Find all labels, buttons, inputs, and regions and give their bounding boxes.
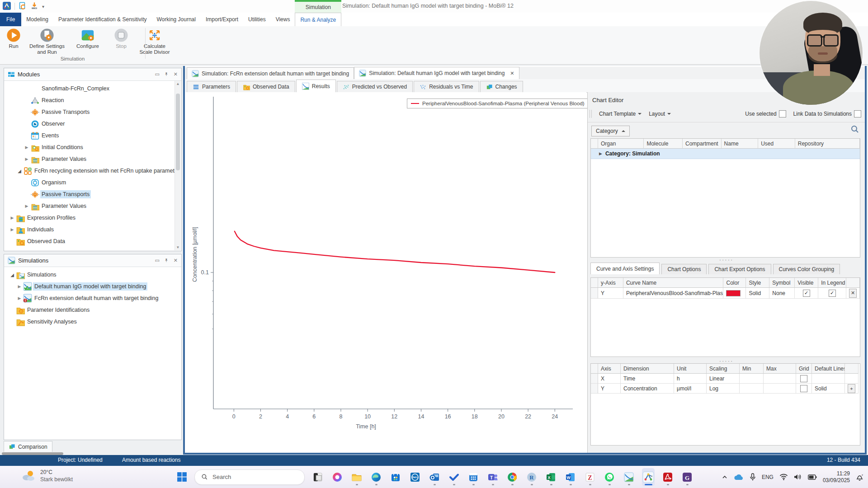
tree-item[interactable]: ◢Simulations: [4, 269, 181, 281]
taskbar-app-todo[interactable]: [448, 468, 460, 486]
data-browser-grid[interactable]: OrganMoleculeCompartmentNameUsedReposito…: [590, 138, 860, 258]
expand-icon[interactable]: ▶: [17, 296, 22, 300]
document-tab[interactable]: Simulation: FcRn extension default human…: [187, 67, 354, 79]
ribbon-tab-parameter-identification-sensitivity[interactable]: Parameter Identification & Sensitivity: [53, 13, 151, 26]
expand-icon[interactable]: ▶: [9, 216, 15, 220]
tree-item[interactable]: Reaction: [4, 94, 181, 106]
tree-item[interactable]: Sanofimab-FcRn_Complex: [4, 83, 181, 94]
tree-item[interactable]: Observer: [4, 118, 181, 130]
group-by-category-chip[interactable]: Category: [591, 126, 630, 136]
view-tab-predicted-vs-observed[interactable]: Predicted vs Observed: [337, 81, 413, 92]
taskbar-app-teams[interactable]: T: [486, 468, 499, 486]
tree-item[interactable]: ◢FcRn recycling extension with net FcRn …: [4, 165, 181, 177]
panel-close-icon[interactable]: ✕: [174, 71, 178, 77]
taskbar-app-explorer[interactable]: [350, 468, 363, 486]
taskbar-app-acrobat[interactable]: [661, 468, 674, 486]
ribbon-tab-import-export[interactable]: Import/Export: [201, 13, 243, 26]
collapse-icon[interactable]: ◢: [9, 272, 15, 277]
axis-row[interactable]: YConcentrationµmol/lLogSolid+: [591, 384, 860, 394]
taskbar-app-store[interactable]: [389, 468, 402, 486]
checkbox[interactable]: ✓: [803, 290, 810, 297]
panel-close-icon[interactable]: ✕: [174, 258, 178, 263]
language-indicator[interactable]: ENG: [762, 474, 774, 480]
taskbar-app-zotero[interactable]: Z: [584, 468, 596, 486]
editor-tab-chart-options[interactable]: Chart Options: [661, 264, 707, 274]
view-tab-results[interactable]: Results: [296, 80, 336, 92]
curve-row[interactable]: YPeripheralVenousBlood-Sanofimab-Plasma …: [591, 288, 860, 299]
expand-icon[interactable]: ▶: [9, 227, 15, 232]
tree-item[interactable]: ▶FcRn extension default human with targe…: [4, 292, 181, 304]
tree-item[interactable]: Sensitivity Analyses: [4, 316, 181, 328]
ribbon-tab-views[interactable]: Views: [271, 13, 295, 26]
group-row-category-simulation[interactable]: ▶Category: Simulation: [591, 149, 860, 159]
ribbon-tab-working-journal[interactable]: Working Journal: [151, 13, 200, 26]
document-tab[interactable]: Simulation: Default human IgG model with…: [354, 67, 519, 79]
view-tab-observed-data[interactable]: Observed Data: [237, 81, 295, 92]
volume-icon[interactable]: [794, 474, 802, 480]
taskbar-app-dell[interactable]: DeLL: [409, 468, 421, 486]
taskbar-app-grid-app[interactable]: [467, 468, 480, 486]
axis-row[interactable]: XTimehLinear: [591, 374, 860, 384]
scroll-down-icon[interactable]: ▼: [175, 244, 181, 250]
taskbar-app-word[interactable]: W: [564, 468, 577, 486]
taskbar-clock[interactable]: 11:29 03/09/2025: [823, 470, 850, 484]
delete-curve-button[interactable]: ✕: [849, 289, 857, 298]
tree-item[interactable]: Events: [4, 130, 181, 141]
color-swatch[interactable]: [726, 290, 741, 296]
ribbon-tab-run-analyze[interactable]: Run & Analyze: [295, 13, 341, 26]
ribbon-tab-file[interactable]: File: [0, 13, 21, 26]
add-axis-button[interactable]: +: [848, 384, 855, 393]
collapse-icon[interactable]: ◢: [17, 169, 22, 174]
taskbar-app-outlook[interactable]: [428, 468, 441, 486]
axes-grid[interactable]: AxisDimensionUnitScalingMinMaxGridDefaul…: [590, 363, 860, 446]
configure-button[interactable]: Configure: [69, 27, 107, 49]
checkbox[interactable]: [800, 385, 807, 392]
view-tab-changes[interactable]: Changes: [480, 81, 523, 92]
taskbar-app-excel[interactable]: X: [545, 468, 557, 486]
layout-dropdown[interactable]: Layout: [649, 111, 671, 117]
taskbar-app-copilot[interactable]: [331, 468, 344, 486]
tree-item[interactable]: ▶Expression Profiles: [4, 212, 181, 224]
onedrive-icon[interactable]: [734, 474, 744, 480]
restart-document-button[interactable]: [19, 2, 27, 11]
taskbar-app-chrome[interactable]: [506, 468, 519, 486]
define-settings-button[interactable]: Define Settingsand Run: [28, 27, 66, 55]
scroll-up-icon[interactable]: ▲: [175, 81, 181, 87]
tree-item[interactable]: Passive Transports: [4, 106, 181, 118]
tray-chevron-up-icon[interactable]: [722, 474, 728, 480]
expand-icon[interactable]: ▶: [24, 145, 29, 150]
taskbar-app-edge[interactable]: [370, 468, 382, 486]
expand-icon[interactable]: ▶: [24, 204, 29, 208]
qat-customize-icon[interactable]: ▾: [42, 4, 44, 9]
wifi-icon[interactable]: [779, 474, 788, 480]
tree-item[interactable]: Organism: [4, 177, 181, 188]
tree-item[interactable]: ▶Individuals: [4, 224, 181, 235]
editor-tab-curves-color-grouping[interactable]: Curves Color Grouping: [773, 264, 840, 274]
panel-restore-icon[interactable]: ▭: [155, 71, 159, 77]
expand-icon[interactable]: ▶: [24, 157, 29, 161]
curves-grid[interactable]: y-AxisCurve NameColorStyleSymbolVisibleI…: [590, 277, 860, 357]
tree-item[interactable]: ▶Parameter Values: [4, 200, 181, 212]
tree-item[interactable]: ▶Parameter Values: [4, 153, 181, 165]
chart-template-dropdown[interactable]: Chart Template: [599, 111, 642, 117]
tree-item[interactable]: ▶Initial Conditions: [4, 141, 181, 153]
scrollbar-thumb[interactable]: [176, 94, 180, 170]
taskbar-app-pksim[interactable]: [623, 468, 635, 486]
notification-bell-icon[interactable]: z: [856, 473, 863, 481]
taskbar-weather-widget[interactable]: 20°C Stark bewölkt: [21, 469, 73, 483]
tree-item[interactable]: Observed Data: [4, 235, 181, 247]
taskbar-app-whatsapp[interactable]: [603, 468, 616, 486]
taskbar-search-box[interactable]: Search: [194, 469, 305, 485]
modules-scrollbar[interactable]: ▲ ▼: [175, 81, 181, 250]
run-button[interactable]: Run: [2, 27, 25, 49]
battery-icon[interactable]: [808, 474, 817, 480]
tree-item[interactable]: Passive Transports: [4, 188, 181, 200]
calculate-scale-divisor-button[interactable]: CalculateScale Divisor: [136, 27, 174, 55]
checkbox[interactable]: [800, 375, 807, 382]
tree-item[interactable]: ▶Default human IgG model with target bin…: [4, 281, 181, 292]
view-tab-residuals-vs-time[interactable]: Residuals vs Time: [414, 81, 479, 92]
mobi-app-button[interactable]: [3, 2, 11, 11]
microphone-icon[interactable]: [750, 473, 756, 481]
windows-start-button[interactable]: [176, 471, 188, 483]
panel-restore-icon[interactable]: ▭: [155, 258, 159, 263]
